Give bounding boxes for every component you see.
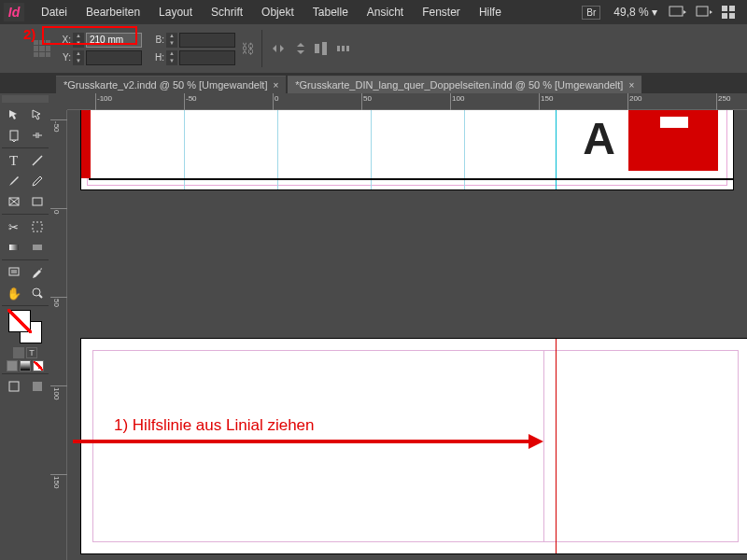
view-options-icon[interactable]	[669, 5, 687, 20]
line-tool[interactable]	[25, 150, 49, 171]
gradient-tool[interactable]	[2, 237, 25, 258]
svg-rect-3	[729, 6, 735, 11]
document-viewport[interactable]: A 1) Hilfslinie aus Linial ziehen	[67, 110, 747, 560]
distribute-icon[interactable]	[335, 40, 352, 57]
flip-h-icon[interactable]	[270, 40, 287, 57]
menu-tabelle[interactable]: Tabelle	[303, 6, 358, 19]
menu-bearbeiten[interactable]: Bearbeiten	[77, 6, 149, 19]
close-icon[interactable]: ×	[273, 80, 278, 91]
svg-rect-18	[9, 245, 19, 250]
tool-panel: T ✂ ✋ T	[0, 93, 50, 399]
page-spread-2[interactable]	[80, 338, 747, 554]
svg-rect-6	[315, 44, 319, 53]
arrange-icon[interactable]	[721, 5, 740, 20]
h-label: H:	[151, 52, 164, 63]
menu-hilfe[interactable]: Hilfe	[470, 6, 511, 19]
apply-gradient-icon[interactable]	[20, 360, 31, 371]
menu-bar: Id Datei Bearbeiten Layout Schrift Objek…	[0, 0, 747, 24]
rectangle-frame-tool[interactable]	[2, 191, 25, 212]
bridge-badge[interactable]: Br	[582, 6, 600, 20]
svg-rect-19	[33, 245, 42, 250]
flip-v-icon[interactable]	[292, 40, 309, 57]
control-bar: 2) X: ▲▼ Y: ▲▼ B: ▲▼ H: ▲▼ ⛓	[0, 24, 747, 73]
gap-tool[interactable]	[25, 125, 49, 146]
tab-doc-1[interactable]: *Grusskarte_v2.indd @ 50 % [Umgewandelt]…	[56, 76, 286, 93]
menu-ansicht[interactable]: Ansicht	[358, 6, 413, 19]
menu-datei[interactable]: Datei	[32, 6, 77, 19]
apply-fill-icon[interactable]	[13, 347, 24, 358]
w-spinner[interactable]: ▲▼	[166, 33, 177, 48]
svg-rect-10	[346, 46, 349, 51]
type-tool[interactable]: T	[2, 150, 25, 171]
app-logo: Id	[4, 3, 24, 21]
svg-rect-5	[729, 13, 735, 19]
svg-line-24	[39, 295, 42, 298]
annotation-2: 2)	[23, 26, 35, 42]
vertical-ruler[interactable]: -50050100150	[50, 110, 67, 560]
fold-guide[interactable]	[556, 339, 557, 553]
screen-mode-icon[interactable]	[695, 5, 713, 20]
svg-rect-9	[342, 46, 345, 51]
canvas-area: -100-50050100150200250300 -50050100150 A…	[50, 93, 747, 560]
svg-rect-7	[322, 42, 327, 55]
svg-rect-17	[33, 222, 42, 231]
menu-schrift[interactable]: Schrift	[202, 6, 252, 19]
page-spread-1[interactable]: A	[80, 110, 734, 190]
tab-doc-2[interactable]: *Grusskarte_DIN_lang_quer_Doppelseiten.i…	[288, 76, 641, 93]
zoom-tool[interactable]	[25, 283, 49, 303]
selection-tool[interactable]	[2, 105, 25, 125]
svg-point-23	[33, 288, 40, 296]
direct-selection-tool[interactable]	[25, 105, 49, 125]
svg-rect-2	[722, 6, 727, 11]
view-mode-preview[interactable]	[25, 376, 49, 397]
horizontal-ruler[interactable]: -100-50050100150200250300	[67, 93, 747, 110]
apply-none-icon[interactable]	[33, 360, 44, 371]
svg-rect-8	[337, 46, 340, 51]
svg-rect-26	[33, 382, 42, 391]
eyedropper-tool[interactable]	[25, 262, 49, 283]
apply-color-icon[interactable]	[7, 360, 18, 371]
w-input[interactable]	[179, 33, 235, 48]
close-icon[interactable]: ×	[628, 80, 634, 91]
zoom-display[interactable]: 49,8 % ▾	[613, 6, 657, 19]
page-tool[interactable]	[2, 125, 25, 146]
margin-guide	[92, 350, 544, 542]
hand-tool[interactable]: ✋	[2, 283, 25, 303]
annotation-1: 1) Hilfslinie aus Linial ziehen	[114, 416, 315, 435]
w-label: B:	[151, 35, 164, 45]
svg-rect-16	[33, 198, 42, 205]
menu-layout[interactable]: Layout	[149, 6, 202, 19]
svg-rect-1	[697, 7, 708, 16]
view-mode-normal[interactable]	[2, 376, 25, 397]
svg-line-12	[33, 156, 42, 165]
panel-grip[interactable]	[2, 95, 49, 103]
black-rule	[89, 178, 733, 180]
align-icon[interactable]	[313, 40, 330, 57]
pen-tool[interactable]	[2, 171, 25, 191]
highlight-annotation	[42, 26, 137, 45]
svg-rect-0	[669, 7, 683, 16]
svg-rect-20	[9, 268, 19, 275]
red-block-right	[628, 110, 718, 171]
y-label: Y:	[58, 52, 71, 63]
menu-objekt[interactable]: Objekt	[252, 6, 303, 19]
fill-stroke-swatch[interactable]	[8, 310, 42, 343]
constrain-icon[interactable]: ⛓	[241, 41, 254, 56]
menu-fenster[interactable]: Fenster	[413, 6, 470, 19]
y-spinner[interactable]: ▲▼	[73, 50, 84, 65]
gradient-feather-tool[interactable]	[25, 237, 49, 258]
scissors-tool[interactable]: ✂	[2, 217, 25, 237]
svg-rect-4	[722, 13, 727, 19]
logo-graphic: A	[583, 113, 612, 164]
transform-tool[interactable]	[25, 217, 49, 237]
h-spinner[interactable]: ▲▼	[166, 50, 177, 65]
red-bar-left	[81, 110, 91, 178]
document-tabs: *Grusskarte_v2.indd @ 50 % [Umgewandelt]…	[0, 73, 747, 93]
h-input[interactable]	[179, 50, 235, 65]
y-input[interactable]	[86, 50, 142, 65]
note-tool[interactable]	[2, 262, 25, 283]
pencil-tool[interactable]	[25, 171, 49, 191]
svg-rect-11	[10, 131, 18, 140]
rectangle-tool[interactable]	[25, 191, 49, 212]
apply-text-icon[interactable]: T	[26, 347, 37, 358]
